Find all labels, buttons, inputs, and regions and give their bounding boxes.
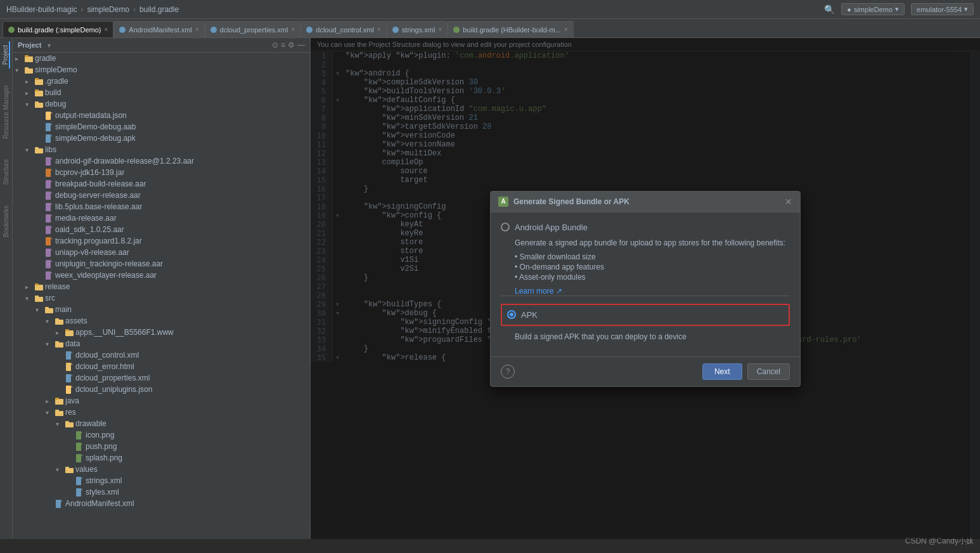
option-apk-label: APK [521,310,538,320]
tree-item[interactable]: ▾simpleDemo [13,64,310,75]
cancel-button[interactable]: Cancel [747,363,790,380]
panel-dropdown-icon[interactable]: ▾ [48,42,51,49]
tree-item[interactable]: AndroidManifest.xml [13,498,310,509]
tree-item[interactable]: ▾drawable [13,418,310,429]
svg-marker-11 [51,112,53,114]
tab-tab6[interactable]: build.gradle (HBuilder-build-m...× [448,21,574,37]
tree-item[interactable]: android-gif-drawable-release@1.2.23.aar [13,155,310,167]
tree-item[interactable]: uniapp-v8-release.aar [13,247,310,258]
file-tree-panel: Project ▾ ⊙ ≡ ⚙ — ▸gradle▾simpleDemo▸.gr… [13,38,311,539]
tree-item[interactable]: ▾libs [13,144,310,155]
tree-item[interactable]: simpleDemo-debug.aab [13,121,310,133]
tab-tab2[interactable]: AndroidManifest.xml× [113,21,205,37]
svg-marker-59 [71,386,73,387]
svg-rect-3 [25,67,29,69]
device-selector[interactable]: emulator-5554 ▾ [911,3,974,15]
tab-tab4[interactable]: dcloud_control.xml× [300,21,387,37]
tree-item[interactable]: ▾debug [13,98,310,110]
tab-close-tab5[interactable]: × [438,26,442,33]
radio-bundle[interactable] [501,223,510,231]
panel-action-locate[interactable]: ⊙ [272,41,278,49]
tree-item[interactable]: weex_videoplayer-release.aar [13,270,310,281]
panel-action-filter[interactable]: ⚙ [288,41,295,49]
tree-icon [65,374,74,382]
sidebar-item-resource-manager[interactable]: Resource Manager [3,81,10,143]
sidebar-item-project[interactable]: Project [2,41,10,68]
tree-item[interactable]: ▸release [13,281,310,292]
svg-rect-20 [46,169,51,177]
svg-marker-53 [71,351,73,353]
tree-item[interactable]: dcloud_properties.xml [13,372,310,384]
tree-item[interactable]: ▾src [13,292,310,304]
radio-apk[interactable] [507,310,516,319]
tab-close-tab3[interactable]: × [291,26,295,33]
svg-rect-54 [66,363,71,371]
tree-icon [24,55,33,62]
tree-item[interactable]: debug-server-release.aar [13,190,310,201]
tree-item[interactable]: bcprov-jdk16-139.jar [13,167,310,178]
tree-item[interactable]: uniplugin_trackingio-release.aar [13,258,310,270]
tab-close-tab1[interactable]: × [104,26,108,33]
svg-marker-15 [51,134,53,136]
svg-rect-36 [46,260,51,268]
tree-icon [55,317,63,325]
svg-marker-33 [51,237,53,239]
tree-item[interactable]: ▸java [13,395,310,407]
tree-item[interactable]: styles.xml [13,486,310,498]
option-apk[interactable]: APK [507,310,783,320]
svg-marker-37 [51,260,53,262]
tree-item[interactable]: ▾values [13,464,310,475]
tree-item[interactable]: breakpad-build-release.aar [13,178,310,190]
tree-item[interactable]: simpleDemo-debug.apk [13,133,310,144]
panel-action-collapse[interactable]: ≡ [281,41,285,49]
tree-item[interactable]: dcloud_error.html [13,361,310,372]
option-bundle[interactable]: Android App Bundle [501,223,790,232]
modal-dialog: A Generate Signed Bundle or APK ✕ Androi… [490,191,801,387]
learn-more-link[interactable]: Learn more ↗ [515,287,562,296]
tab-tab1[interactable]: build.gradle (:simpleDemo)× [3,21,113,37]
sidebar-item-structure[interactable]: Structure [3,155,10,189]
tree-item[interactable]: ▸build [13,87,310,98]
svg-marker-23 [51,180,53,182]
tab-tab5[interactable]: strings.xml× [387,21,448,37]
tree-item[interactable]: icon.png [13,429,310,441]
tree-item[interactable]: ▾main [13,304,310,315]
tree-item[interactable]: lib.5plus.base-release.aar [13,201,310,212]
tree-item[interactable]: splash.png [13,452,310,464]
tree-item[interactable]: media-release.aar [13,212,310,224]
svg-marker-55 [71,363,73,365]
panel-action-close[interactable]: — [297,41,305,49]
svg-rect-70 [76,454,81,462]
tab-close-tab2[interactable]: × [195,26,199,33]
tree-item[interactable]: oaid_sdk_1.0.25.aar [13,224,310,235]
tree-item[interactable]: dcloud_control.xml [13,349,310,361]
tree-item[interactable]: output-metadata.json [13,110,310,121]
sidebar-item-bookmarks[interactable]: Bookmarks [3,202,10,241]
tab-close-tab6[interactable]: × [564,26,568,33]
svg-rect-22 [46,180,51,188]
modal-footer: ? Next Cancel [491,356,800,386]
modal-icon: A [498,197,508,207]
svg-rect-10 [46,112,51,120]
tree-item[interactable]: ▸apps.__UNI__B5566F1.www [13,327,310,338]
project-selector[interactable]: ● simpleDemo ▾ [841,3,905,15]
next-button[interactable]: Next [702,363,742,380]
svg-rect-46 [55,320,63,325]
tree-item[interactable]: dcloud_uniplugins.json [13,384,310,395]
apk-option-box: APK [501,304,790,326]
tree-item[interactable]: ▾res [13,407,310,418]
tree-item[interactable]: ▾data [13,338,310,349]
svg-rect-28 [46,214,51,223]
tree-item[interactable]: ▾assets [13,315,310,327]
tree-item[interactable]: ▸.gradle [13,75,310,87]
tab-close-tab4[interactable]: × [377,26,381,33]
tab-icon-tab4 [306,27,313,33]
modal-close-button[interactable]: ✕ [785,197,792,206]
tree-item[interactable]: strings.xml [13,475,310,486]
help-button[interactable]: ? [501,365,515,379]
modal-body: Android App Bundle Generate a signed app… [491,212,800,356]
tree-item[interactable]: ▸gradle [13,53,310,64]
tree-item[interactable]: push.png [13,441,310,452]
tree-item[interactable]: tracking.proguard1.8.2.jar [13,235,310,247]
tab-tab3[interactable]: dcloud_properties.xml× [205,21,300,37]
